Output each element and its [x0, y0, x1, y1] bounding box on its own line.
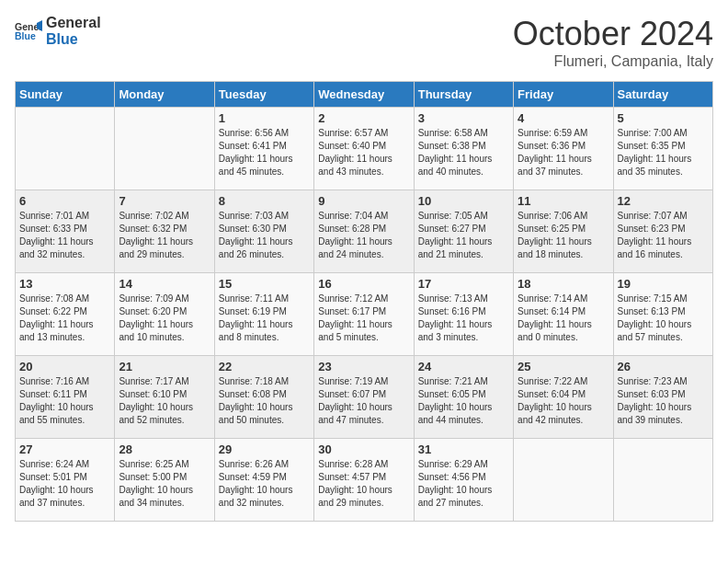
day-info: Sunrise: 7:17 AMSunset: 6:10 PMDaylight:… — [119, 375, 210, 427]
location-title: Flumeri, Campania, Italy — [513, 53, 713, 70]
day-number: 12 — [618, 194, 709, 208]
day-info: Sunrise: 7:00 AMSunset: 6:35 PMDaylight:… — [618, 127, 709, 178]
calendar-cell: 9Sunrise: 7:04 AMSunset: 6:28 PMDaylight… — [314, 190, 414, 273]
month-title: October 2024 — [513, 15, 713, 53]
calendar-week-4: 20Sunrise: 7:16 AMSunset: 6:11 PMDayligh… — [16, 356, 713, 439]
day-info: Sunrise: 7:13 AMSunset: 6:16 PMDaylight:… — [418, 293, 509, 344]
calendar-cell: 6Sunrise: 7:01 AMSunset: 6:33 PMDaylight… — [16, 190, 115, 273]
column-header-wednesday: Wednesday — [314, 82, 414, 108]
calendar-body: 1Sunrise: 6:56 AMSunset: 6:41 PMDaylight… — [16, 108, 713, 522]
logo: General Blue General Blue — [15, 15, 101, 48]
day-number: 24 — [418, 360, 509, 373]
calendar-cell: 18Sunrise: 7:14 AMSunset: 6:14 PMDayligh… — [514, 273, 613, 356]
day-info: Sunrise: 7:22 AMSunset: 6:04 PMDaylight:… — [518, 375, 609, 427]
day-number: 11 — [518, 194, 609, 208]
day-info: Sunrise: 7:18 AMSunset: 6:08 PMDaylight:… — [219, 375, 310, 427]
day-number: 20 — [19, 360, 110, 373]
calendar-cell — [115, 108, 214, 190]
day-number: 21 — [119, 360, 210, 373]
day-number: 25 — [518, 360, 609, 373]
calendar-cell — [613, 439, 712, 522]
day-number: 5 — [618, 111, 709, 125]
calendar-header-row: SundayMondayTuesdayWednesdayThursdayFrid… — [16, 82, 713, 108]
calendar-cell: 13Sunrise: 7:08 AMSunset: 6:22 PMDayligh… — [16, 273, 115, 356]
day-number: 29 — [219, 442, 310, 456]
calendar-cell: 1Sunrise: 6:56 AMSunset: 6:41 PMDaylight… — [214, 108, 313, 190]
day-number: 14 — [119, 277, 210, 291]
day-number: 16 — [318, 277, 409, 291]
day-info: Sunrise: 7:21 AMSunset: 6:05 PMDaylight:… — [418, 375, 509, 427]
calendar-table: SundayMondayTuesdayWednesdayThursdayFrid… — [15, 81, 713, 522]
calendar-cell: 3Sunrise: 6:58 AMSunset: 6:38 PMDaylight… — [414, 108, 513, 190]
day-number: 31 — [418, 442, 509, 456]
day-number: 17 — [418, 277, 509, 291]
calendar-cell: 22Sunrise: 7:18 AMSunset: 6:08 PMDayligh… — [214, 356, 313, 439]
day-number: 10 — [418, 194, 509, 208]
logo-line2: Blue — [46, 31, 101, 48]
day-info: Sunrise: 6:59 AMSunset: 6:36 PMDaylight:… — [518, 127, 609, 178]
day-info: Sunrise: 7:02 AMSunset: 6:32 PMDaylight:… — [119, 210, 210, 261]
calendar-cell: 12Sunrise: 7:07 AMSunset: 6:23 PMDayligh… — [613, 190, 712, 273]
calendar-cell: 30Sunrise: 6:28 AMSunset: 4:57 PMDayligh… — [314, 439, 414, 522]
column-header-saturday: Saturday — [613, 82, 712, 108]
day-info: Sunrise: 6:57 AMSunset: 6:40 PMDaylight:… — [318, 127, 409, 178]
day-number: 13 — [19, 277, 110, 291]
day-info: Sunrise: 7:23 AMSunset: 6:03 PMDaylight:… — [618, 375, 709, 427]
calendar-cell: 10Sunrise: 7:05 AMSunset: 6:27 PMDayligh… — [414, 190, 513, 273]
day-info: Sunrise: 6:26 AMSunset: 4:59 PMDaylight:… — [219, 458, 310, 510]
day-info: Sunrise: 6:56 AMSunset: 6:41 PMDaylight:… — [219, 127, 310, 178]
calendar-cell: 7Sunrise: 7:02 AMSunset: 6:32 PMDaylight… — [115, 190, 214, 273]
calendar-cell: 16Sunrise: 7:12 AMSunset: 6:17 PMDayligh… — [314, 273, 414, 356]
calendar-week-3: 13Sunrise: 7:08 AMSunset: 6:22 PMDayligh… — [16, 273, 713, 356]
day-number: 8 — [219, 194, 310, 208]
column-header-tuesday: Tuesday — [214, 82, 313, 108]
column-header-thursday: Thursday — [414, 82, 513, 108]
day-number: 27 — [19, 442, 110, 456]
day-number: 6 — [19, 194, 110, 208]
calendar-week-1: 1Sunrise: 6:56 AMSunset: 6:41 PMDaylight… — [16, 108, 713, 190]
calendar-cell: 25Sunrise: 7:22 AMSunset: 6:04 PMDayligh… — [514, 356, 613, 439]
day-info: Sunrise: 6:58 AMSunset: 6:38 PMDaylight:… — [418, 127, 509, 178]
calendar-cell: 11Sunrise: 7:06 AMSunset: 6:25 PMDayligh… — [514, 190, 613, 273]
calendar-cell — [514, 439, 613, 522]
calendar-cell: 28Sunrise: 6:25 AMSunset: 5:00 PMDayligh… — [115, 439, 214, 522]
calendar-cell: 15Sunrise: 7:11 AMSunset: 6:19 PMDayligh… — [214, 273, 313, 356]
day-info: Sunrise: 7:16 AMSunset: 6:11 PMDaylight:… — [19, 375, 110, 427]
day-info: Sunrise: 6:25 AMSunset: 5:00 PMDaylight:… — [119, 458, 210, 510]
calendar-cell: 29Sunrise: 6:26 AMSunset: 4:59 PMDayligh… — [214, 439, 313, 522]
day-number: 23 — [318, 360, 409, 373]
day-info: Sunrise: 7:14 AMSunset: 6:14 PMDaylight:… — [518, 293, 609, 344]
calendar-cell: 5Sunrise: 7:00 AMSunset: 6:35 PMDaylight… — [613, 108, 712, 190]
calendar-cell: 4Sunrise: 6:59 AMSunset: 6:36 PMDaylight… — [514, 108, 613, 190]
day-info: Sunrise: 7:11 AMSunset: 6:19 PMDaylight:… — [219, 293, 310, 344]
svg-text:Blue: Blue — [15, 30, 36, 41]
day-info: Sunrise: 7:06 AMSunset: 6:25 PMDaylight:… — [518, 210, 609, 261]
day-info: Sunrise: 7:07 AMSunset: 6:23 PMDaylight:… — [618, 210, 709, 261]
day-info: Sunrise: 6:24 AMSunset: 5:01 PMDaylight:… — [19, 458, 110, 510]
day-number: 1 — [219, 111, 310, 125]
logo-line1: General — [46, 15, 101, 31]
calendar-cell: 2Sunrise: 6:57 AMSunset: 6:40 PMDaylight… — [314, 108, 414, 190]
calendar-week-5: 27Sunrise: 6:24 AMSunset: 5:01 PMDayligh… — [16, 439, 713, 522]
day-number: 4 — [518, 111, 609, 125]
calendar-cell: 26Sunrise: 7:23 AMSunset: 6:03 PMDayligh… — [613, 356, 712, 439]
logo-icon: General Blue — [15, 17, 42, 45]
day-number: 9 — [318, 194, 409, 208]
day-info: Sunrise: 7:15 AMSunset: 6:13 PMDaylight:… — [618, 293, 709, 344]
day-info: Sunrise: 7:05 AMSunset: 6:27 PMDaylight:… — [418, 210, 509, 261]
day-number: 30 — [318, 442, 409, 456]
calendar-cell: 27Sunrise: 6:24 AMSunset: 5:01 PMDayligh… — [16, 439, 115, 522]
day-info: Sunrise: 7:01 AMSunset: 6:33 PMDaylight:… — [19, 210, 110, 261]
page-header: General Blue General Blue October 2024 F… — [15, 15, 713, 70]
day-info: Sunrise: 7:19 AMSunset: 6:07 PMDaylight:… — [318, 375, 409, 427]
calendar-cell: 17Sunrise: 7:13 AMSunset: 6:16 PMDayligh… — [414, 273, 513, 356]
day-number: 22 — [219, 360, 310, 373]
day-info: Sunrise: 6:29 AMSunset: 4:56 PMDaylight:… — [418, 458, 509, 510]
calendar-cell: 31Sunrise: 6:29 AMSunset: 4:56 PMDayligh… — [414, 439, 513, 522]
day-number: 26 — [618, 360, 709, 373]
day-number: 7 — [119, 194, 210, 208]
day-number: 15 — [219, 277, 310, 291]
calendar-week-2: 6Sunrise: 7:01 AMSunset: 6:33 PMDaylight… — [16, 190, 713, 273]
column-header-monday: Monday — [115, 82, 214, 108]
calendar-cell: 23Sunrise: 7:19 AMSunset: 6:07 PMDayligh… — [314, 356, 414, 439]
